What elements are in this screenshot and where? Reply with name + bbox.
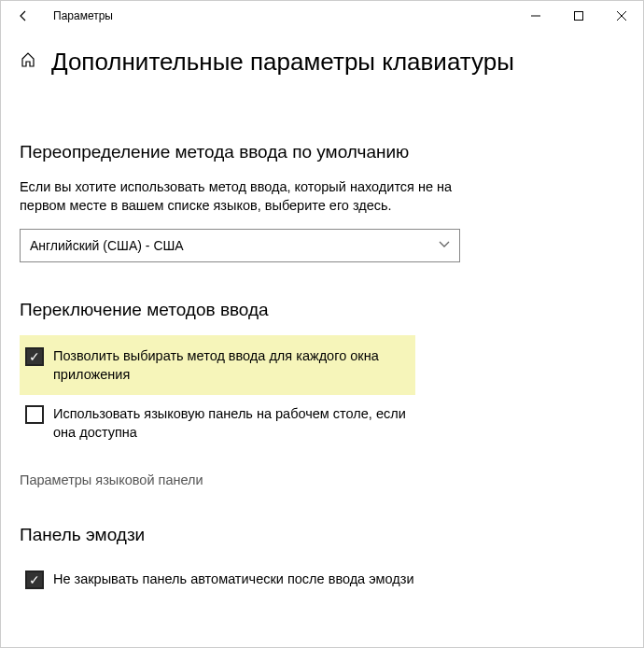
checkbox-label: Позволить выбирать метод ввода для каждо… bbox=[53, 346, 410, 385]
close-button[interactable] bbox=[600, 1, 643, 31]
chevron-down-icon bbox=[439, 240, 450, 250]
section-emoji-title: Панель эмодзи bbox=[20, 525, 624, 545]
checkbox-language-bar-desktop[interactable]: Использовать языковую панель на рабочем … bbox=[20, 395, 430, 452]
section-switch-title: Переключение методов ввода bbox=[20, 300, 624, 320]
maximize-button[interactable] bbox=[557, 1, 600, 31]
input-method-dropdown[interactable]: Английский (США) - США bbox=[20, 229, 460, 262]
checkbox-icon bbox=[25, 347, 44, 366]
checkbox-emoji-panel-keep-open[interactable]: Не закрывать панель автоматически после … bbox=[20, 560, 430, 599]
dropdown-selected-value: Английский (США) - США bbox=[30, 238, 184, 253]
svg-rect-1 bbox=[575, 12, 583, 21]
checkbox-label: Не закрывать панель автоматически после … bbox=[53, 570, 414, 588]
page-title: Дополнительные параметры клавиатуры bbox=[51, 48, 514, 77]
checkbox-label: Использовать языковую панель на рабочем … bbox=[53, 404, 425, 443]
language-bar-options-link[interactable]: Параметры языковой панели bbox=[20, 472, 624, 487]
back-button[interactable] bbox=[8, 1, 38, 31]
window-title: Параметры bbox=[38, 9, 514, 22]
home-icon[interactable] bbox=[20, 51, 36, 73]
checkbox-icon bbox=[25, 571, 44, 589]
minimize-button[interactable] bbox=[514, 1, 557, 31]
checkbox-per-window-input[interactable]: Позволить выбирать метод ввода для каждо… bbox=[20, 335, 415, 396]
title-bar: Параметры bbox=[1, 1, 643, 31]
section-override-title: Переопределение метода ввода по умолчани… bbox=[20, 142, 624, 162]
checkbox-icon bbox=[25, 405, 44, 424]
section-override-description: Если вы хотите использовать метод ввода,… bbox=[20, 177, 468, 216]
